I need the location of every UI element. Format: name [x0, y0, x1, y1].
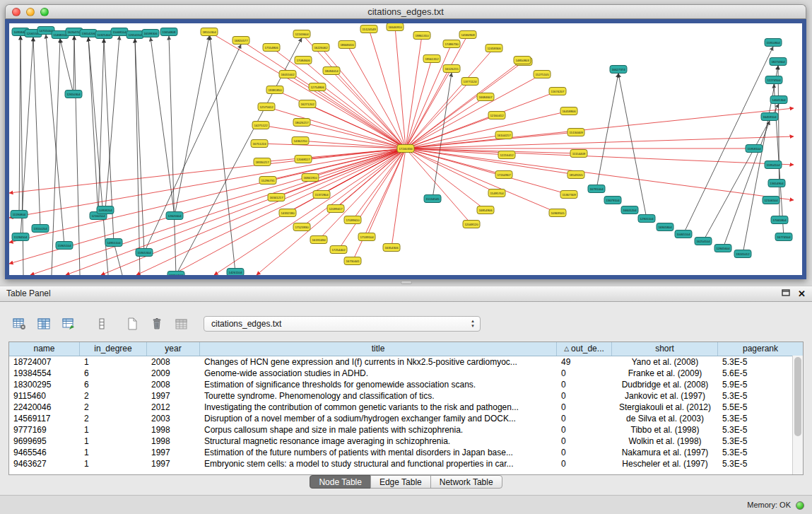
cell-year[interactable]: 1997 [147, 390, 200, 402]
cell-title[interactable]: Estimation of significance thresholds fo… [200, 379, 557, 390]
cell-in_degree[interactable]: 2 [80, 390, 147, 402]
cell-year[interactable]: 2009 [147, 368, 200, 379]
cell-in_degree[interactable]: 1 [80, 424, 147, 436]
cell-year[interactable]: 1998 [147, 424, 200, 436]
cell-title[interactable]: Tourette syndrome. Phenomenology and cla… [200, 390, 557, 402]
cell-short[interactable]: Dudbridge et al. (2008) [612, 379, 718, 390]
minimize-window-button[interactable] [26, 8, 35, 16]
cell-title[interactable]: Investigating the contribution of common… [200, 402, 557, 413]
cell-name[interactable]: 9463627 [9, 458, 80, 469]
cell-short[interactable]: Tibbo et al. (1998) [612, 424, 718, 436]
cell-pagerank[interactable]: 5.3E-5 [718, 447, 803, 458]
cell-short[interactable]: Yano et al. (2008) [612, 356, 718, 368]
cell-out_degree[interactable]: 0 [557, 413, 612, 424]
cell-name[interactable]: 14569117 [9, 413, 80, 424]
column-header-out_degree[interactable]: △out_de... [557, 342, 612, 356]
table-row[interactable]: 977716911998Corpus callosum shape and si… [9, 424, 803, 436]
cell-name[interactable]: 9115460 [9, 390, 80, 402]
tab-network-table[interactable]: Network Table [430, 475, 502, 489]
tab-edge-table[interactable]: Edge Table [370, 475, 431, 489]
delete-column-icon[interactable] [149, 316, 165, 332]
column-header-short[interactable]: short [612, 342, 718, 356]
cell-in_degree[interactable]: 2 [80, 413, 147, 424]
panel-splitter[interactable] [0, 279, 812, 286]
table-row[interactable]: 1938455462009Genome-wide association stu… [9, 368, 803, 379]
network-canvas[interactable]: 1851030416820577175548061224360416226062… [9, 23, 802, 275]
cell-name[interactable]: 9699695 [9, 436, 80, 447]
table-source-dropdown[interactable]: citations_edges.txt ▲▼ [204, 316, 481, 332]
cell-out_degree[interactable]: 0 [557, 458, 612, 469]
cell-title[interactable]: Disruption of a novel member of a sodium… [200, 413, 557, 424]
table-row[interactable]: 1830029562008Estimation of significance … [9, 379, 803, 390]
cell-short[interactable]: Wolkin et al. (1998) [612, 436, 718, 447]
cell-title[interactable]: Structural magnetic resonance image aver… [200, 436, 557, 447]
table-row[interactable]: 1456911722003Disruption of a novel membe… [9, 413, 803, 424]
cell-pagerank[interactable]: 5.6E-5 [718, 368, 803, 379]
cell-in_degree[interactable]: 1 [80, 458, 147, 469]
table-row[interactable]: 1872400712008Changes of HCN gene express… [9, 356, 803, 368]
cell-year[interactable]: 1998 [147, 436, 200, 447]
cell-in_degree[interactable]: 1 [80, 356, 147, 368]
cell-year[interactable]: 2008 [147, 379, 200, 390]
cell-title[interactable]: Corpus callosum shape and size in male p… [200, 424, 557, 436]
cell-pagerank[interactable]: 5.3E-5 [718, 424, 803, 436]
cell-short[interactable]: Franke et al. (2009) [612, 368, 718, 379]
float-panel-icon[interactable] [782, 286, 790, 301]
scrollbar-thumb[interactable] [794, 357, 801, 436]
cell-in_degree[interactable]: 1 [80, 447, 147, 458]
column-header-name[interactable]: name [9, 342, 80, 356]
cell-name[interactable]: 9465546 [9, 447, 80, 458]
import-table-icon[interactable] [175, 316, 190, 332]
cell-short[interactable]: Nakamura et al. (1997) [612, 447, 718, 458]
cell-short[interactable]: Jankovic et al. (1997) [612, 390, 718, 402]
cell-out_degree[interactable]: 0 [557, 368, 612, 379]
show-columns-icon[interactable] [36, 316, 52, 332]
table-mode-icon[interactable] [11, 316, 27, 332]
cell-pagerank[interactable]: 5.3E-5 [718, 413, 803, 424]
column-header-title[interactable]: title [200, 342, 557, 356]
cell-in_degree[interactable]: 1 [80, 436, 147, 447]
cell-year[interactable]: 2008 [147, 356, 200, 368]
close-panel-icon[interactable]: ✕ [798, 286, 806, 301]
cell-out_degree[interactable]: 49 [557, 356, 612, 368]
cell-in_degree[interactable]: 2 [80, 402, 147, 413]
cell-name[interactable]: 18300295 [9, 379, 80, 390]
cell-title[interactable]: Genome-wide association studies in ADHD. [200, 368, 557, 379]
cell-name[interactable]: 22420046 [9, 402, 80, 413]
cell-out_degree[interactable]: 0 [557, 436, 612, 447]
cell-name[interactable]: 9777169 [9, 424, 80, 436]
column-header-year[interactable]: year [147, 342, 200, 356]
cell-year[interactable]: 1997 [147, 458, 200, 469]
cell-year[interactable]: 2003 [147, 413, 200, 424]
cell-short[interactable]: Stergiakouli et al. (2012) [612, 402, 718, 413]
cell-in_degree[interactable]: 6 [80, 368, 147, 379]
table-scrollbar[interactable] [792, 356, 803, 474]
cell-out_degree[interactable]: 0 [557, 424, 612, 436]
cell-title[interactable]: Changes of HCN gene expression and I(f) … [200, 356, 557, 368]
cell-name[interactable]: 18724007 [9, 356, 80, 368]
table-row[interactable]: 2242004622012Investigating the contribut… [9, 402, 803, 413]
cell-pagerank[interactable]: 5.9E-5 [718, 379, 803, 390]
cell-pagerank[interactable]: 5.3E-5 [718, 356, 803, 368]
close-window-button[interactable] [12, 8, 20, 16]
cell-short[interactable]: Hescheler et al. (1997) [612, 458, 718, 469]
table-row[interactable]: 969969511998Structural magnetic resonanc… [9, 436, 803, 447]
cell-out_degree[interactable]: 0 [557, 390, 612, 402]
cell-in_degree[interactable]: 6 [80, 379, 147, 390]
cell-pagerank[interactable]: 5.5E-5 [718, 402, 803, 413]
cell-pagerank[interactable]: 5.3E-5 [718, 436, 803, 447]
new-column-icon[interactable] [124, 316, 140, 332]
table-row[interactable]: 946554611997Estimation of the future num… [9, 447, 803, 458]
cell-year[interactable]: 1997 [147, 447, 200, 458]
network-window-titlebar[interactable]: citations_edges.txt [5, 4, 806, 19]
cell-out_degree[interactable]: 0 [557, 402, 612, 413]
cell-title[interactable]: Estimation of the future numbers of pati… [200, 447, 557, 458]
column-header-pagerank[interactable]: pagerank [718, 342, 803, 356]
zoom-window-button[interactable] [40, 8, 49, 16]
cell-year[interactable]: 2012 [147, 402, 200, 413]
row-selector-icon[interactable] [94, 316, 110, 332]
edit-table-icon[interactable] [61, 316, 77, 332]
splitter-grip-icon[interactable] [401, 281, 412, 284]
column-header-in_degree[interactable]: in_degree [80, 342, 147, 356]
cell-out_degree[interactable]: 0 [557, 379, 612, 390]
